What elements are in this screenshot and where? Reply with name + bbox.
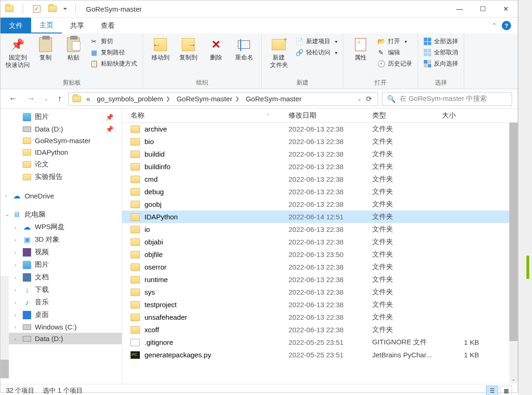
easyaccess-button[interactable]: 🔗轻松访问▾ — [293, 47, 339, 58]
pin-icon: 📌 — [105, 113, 113, 121]
file-row[interactable]: oserror 2022-06-13 22:38 文件夹 — [122, 261, 518, 273]
caret-down-icon[interactable] — [63, 8, 67, 10]
file-row[interactable]: cmd 2022-06-13 22:38 文件夹 — [122, 173, 518, 185]
file-row[interactable]: io 2022-06-13 22:38 文件夹 — [122, 223, 518, 236]
maximize-button[interactable]: ☐ — [471, 0, 494, 17]
sidebar-quick-1[interactable]: Data (D:)📌 — [0, 123, 122, 135]
sidebar-pc-3[interactable]: ›图片 — [0, 258, 122, 271]
breadcrumb-2[interactable]: GoReSym-master — [243, 95, 304, 103]
video-icon — [23, 248, 31, 257]
sidebar-thispc[interactable]: ⌄🖥此电脑 — [0, 208, 122, 221]
pin-quickaccess-button[interactable]: 📌 固定到 快速访问 — [4, 35, 31, 70]
refresh-icon[interactable]: ⟳ — [366, 95, 372, 103]
back-button[interactable]: ← — [6, 92, 20, 105]
file-row[interactable]: buildinfo 2022-06-13 22:38 文件夹 — [122, 160, 518, 173]
edit-button[interactable]: ✎编辑 — [375, 47, 414, 58]
sidebar-pc-9[interactable]: ›Data (D:) — [0, 333, 122, 344]
details-view-button[interactable]: ☰ — [486, 386, 498, 395]
sidebar-quick-3[interactable]: IDAPython — [0, 146, 122, 158]
pasteshortcut-button[interactable]: 📋粘贴快捷方式 — [88, 59, 139, 69]
file-row[interactable]: objabi 2022-06-13 22:38 文件夹 — [122, 236, 518, 248]
file-row[interactable]: sys 2022-06-13 22:38 文件夹 — [122, 286, 518, 298]
address-dropdown-icon[interactable]: ⌄ — [357, 96, 361, 102]
properties-qat-icon[interactable]: ✓ — [32, 4, 42, 14]
breadcrumb-0[interactable]: go_symbols_problem❯ — [94, 95, 173, 103]
file-row[interactable]: bio 2022-06-13 22:38 文件夹 — [122, 135, 518, 148]
rename-button[interactable]: 重命名 — [230, 35, 257, 63]
col-date-header[interactable]: 修改日期 — [289, 111, 372, 120]
copy-button[interactable]: 复制 — [32, 35, 59, 63]
folder-icon — [23, 149, 31, 156]
col-type-header[interactable]: 类型 — [372, 111, 442, 120]
file-row[interactable]: debug 2022-06-13 22:38 文件夹 — [122, 185, 518, 198]
breadcrumb-prefix[interactable]: « — [84, 95, 93, 103]
minimize-button[interactable]: — — [448, 0, 471, 17]
properties-button[interactable]: 属性 — [347, 35, 374, 63]
file-list: archive 2022-06-13 22:38 文件夹 bio 2022-06… — [122, 123, 518, 384]
invertselect-button[interactable]: 反向选择 — [422, 59, 460, 69]
sidebar-quick-2[interactable]: GoReSym-master — [0, 135, 122, 146]
breadcrumb-1[interactable]: GoReSym-master❯ — [174, 95, 242, 103]
desktop-icon — [23, 311, 31, 319]
folder-icon — [131, 289, 140, 296]
sidebar-quick-4[interactable]: 论文 — [0, 158, 122, 171]
history-button[interactable]: 🕘历史记录 — [375, 59, 414, 69]
folder-icon — [131, 125, 140, 133]
paste-button[interactable]: 粘贴 — [60, 35, 87, 63]
close-button[interactable]: ✕ — [494, 0, 518, 17]
sidebar-pc-8[interactable]: ›Windows (C:) — [0, 321, 122, 333]
file-row[interactable]: .gitignore 2022-05-25 23:51 GITIGNORE 文件… — [122, 336, 518, 349]
tab-home[interactable]: 主页 — [31, 18, 62, 33]
file-row[interactable]: goobj 2022-06-13 22:38 文件夹 — [122, 198, 518, 211]
file-row[interactable]: runtime 2022-06-13 22:38 文件夹 — [122, 273, 518, 286]
col-size-header[interactable]: 大小 — [442, 111, 488, 120]
recent-dropdown[interactable]: ⌄ — [41, 94, 51, 104]
search-input[interactable]: 🔍 在 GoReSym-master 中搜索 — [382, 92, 512, 106]
selectall-button[interactable]: 全部选择 — [422, 36, 460, 46]
copypath-button[interactable]: ▦复制路径 — [88, 47, 139, 58]
col-name-header[interactable]: 名称⌃ — [131, 111, 289, 120]
sidebar-scrollbar[interactable] — [0, 276, 9, 378]
tab-view[interactable]: 查看 — [92, 18, 123, 33]
thumbnails-view-button[interactable]: ▦ — [500, 386, 512, 395]
file-scrollbar[interactable]: ⌄ — [509, 123, 518, 383]
delete-button[interactable]: ✕删除 — [203, 35, 230, 63]
newitem-button[interactable]: 📄新建项目▾ — [293, 36, 339, 46]
tab-share[interactable]: 共享 — [62, 18, 92, 33]
moveto-button[interactable]: 移动到 — [147, 35, 174, 63]
up-button[interactable]: ↑ — [55, 92, 65, 105]
forward-button[interactable]: → — [24, 92, 38, 105]
file-row[interactable]: objfile 2022-06-13 23:50 文件夹 — [122, 248, 518, 261]
sidebar-pc-1[interactable]: ›▣3D 对象 — [0, 233, 122, 246]
git-icon — [131, 339, 140, 346]
file-row[interactable]: unsafeheader 2022-06-13 22:38 文件夹 — [122, 311, 518, 323]
sidebar-onedrive[interactable]: ›☁OneDrive — [0, 190, 122, 202]
file-pane: 名称⌃ 修改日期 类型 大小 archive 2022-06-13 22:38 … — [122, 109, 518, 384]
file-row[interactable]: IDAPython 2022-06-14 12:51 文件夹 — [122, 211, 518, 223]
selectnone-button[interactable]: 全部取消 — [422, 47, 460, 58]
file-row[interactable]: archive 2022-06-13 22:38 文件夹 — [122, 123, 518, 135]
file-row[interactable]: testproject 2022-06-13 22:38 文件夹 — [122, 298, 518, 311]
sidebar-quick-5[interactable]: 实验报告 — [0, 171, 122, 183]
statusbar: 32 个项目 选中 1 个项目 ☰ ▦ — [0, 384, 518, 395]
qat-dropdown-icon[interactable] — [47, 4, 58, 14]
tab-file[interactable]: 文件 — [0, 18, 31, 33]
sidebar-pc-5[interactable]: ›↓下载 — [0, 283, 122, 296]
copyto-button[interactable]: 复制到 — [175, 35, 202, 63]
file-row[interactable]: generatepackages.py 2022-05-25 23:51 Jet… — [122, 349, 518, 361]
file-row[interactable]: buildid 2022-06-13 22:38 文件夹 — [122, 148, 518, 160]
collapse-ribbon-icon[interactable]: ⌃ — [492, 22, 497, 29]
sidebar-pc-2[interactable]: ›视频 — [0, 246, 122, 258]
newfolder-button[interactable]: 新建 文件夹 — [265, 35, 292, 70]
sidebar-quick-0[interactable]: 图片📌 — [0, 111, 122, 123]
help-icon[interactable]: ? — [502, 21, 511, 30]
open-button[interactable]: 📂打开▾ — [375, 36, 414, 46]
sidebar-pc-7[interactable]: ›桌面 — [0, 309, 122, 321]
cut-button[interactable]: ✂剪切 — [88, 36, 139, 46]
address-bar[interactable]: « go_symbols_problem❯ GoReSym-master❯ Go… — [68, 92, 378, 106]
folder-icon[interactable] — [4, 4, 14, 14]
sidebar-pc-0[interactable]: ›☁WPS网盘 — [0, 221, 122, 233]
file-row[interactable]: xcoff 2022-06-13 22:38 文件夹 — [122, 323, 518, 336]
sidebar-pc-6[interactable]: ›♪音乐 — [0, 296, 122, 309]
sidebar-pc-4[interactable]: ›文档 — [0, 271, 122, 283]
